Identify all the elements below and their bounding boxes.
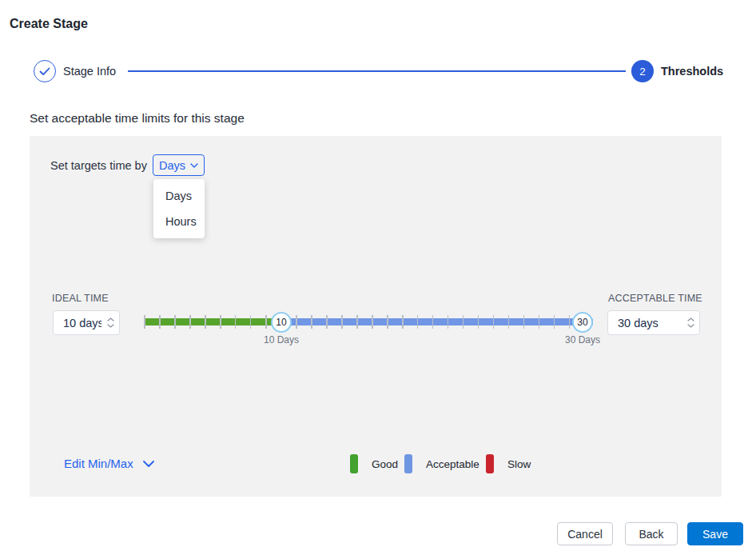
ideal-time-input[interactable] <box>54 311 101 334</box>
step-thresholds-label: Thresholds <box>661 65 723 78</box>
step-number: 2 <box>639 66 646 78</box>
acceptable-swatch <box>404 454 412 473</box>
back-button[interactable]: Back <box>625 522 678 545</box>
chevron-down-icon[interactable] <box>107 324 114 328</box>
chevron-down-icon <box>143 461 154 467</box>
legend-good: Good <box>350 454 398 473</box>
chevron-down-icon[interactable] <box>687 324 694 328</box>
slow-swatch <box>486 454 494 473</box>
page-title: Create Stage <box>10 17 88 31</box>
menu-item-hours[interactable]: Hours <box>153 209 205 234</box>
create-stage-dialog: Create Stage Stage Info 2 Thresholds Set… <box>0 0 756 559</box>
step-stage-info-label[interactable]: Stage Info <box>63 65 116 78</box>
chevron-up-icon[interactable] <box>107 317 114 321</box>
cancel-button[interactable]: Cancel <box>557 522 613 545</box>
slider-min-caption: 10 Days <box>253 334 309 345</box>
edit-minmax-link[interactable]: Edit Min/Max <box>64 457 154 470</box>
save-button[interactable]: Save <box>687 522 743 545</box>
step-stage-info-indicator[interactable] <box>34 60 56 82</box>
set-targets-label: Set targets time by <box>50 159 147 172</box>
slider-handle-min[interactable]: 10 <box>271 312 292 333</box>
step-thresholds-indicator[interactable]: 2 <box>631 60 654 82</box>
section-heading: Set acceptable time limits for this stag… <box>30 111 245 126</box>
slider-handle-max[interactable]: 30 <box>572 312 593 333</box>
good-swatch <box>350 454 358 473</box>
legend-slow: Slow <box>486 454 531 473</box>
ideal-time-field <box>53 310 120 335</box>
ideal-time-label: IDEAL TIME <box>52 293 109 304</box>
acceptable-time-stepper[interactable] <box>682 311 699 334</box>
menu-item-days[interactable]: Days <box>153 183 205 209</box>
acceptable-time-field <box>607 310 700 335</box>
chevron-down-icon <box>190 163 198 168</box>
legend-acceptable: Acceptable <box>404 454 479 473</box>
time-unit-selected: Days <box>159 159 185 172</box>
ideal-time-stepper[interactable] <box>101 311 119 334</box>
stepper-connector <box>128 70 626 72</box>
slider-ticks <box>144 315 593 329</box>
slider-max-caption: 30 Days <box>555 334 611 345</box>
chevron-up-icon[interactable] <box>687 317 694 321</box>
acceptable-time-label: ACCEPTABLE TIME <box>608 293 702 304</box>
acceptable-time-input[interactable] <box>608 311 682 334</box>
check-icon <box>39 67 50 76</box>
time-unit-menu: Days Hours <box>153 179 205 238</box>
time-unit-dropdown[interactable]: Days <box>153 154 205 176</box>
